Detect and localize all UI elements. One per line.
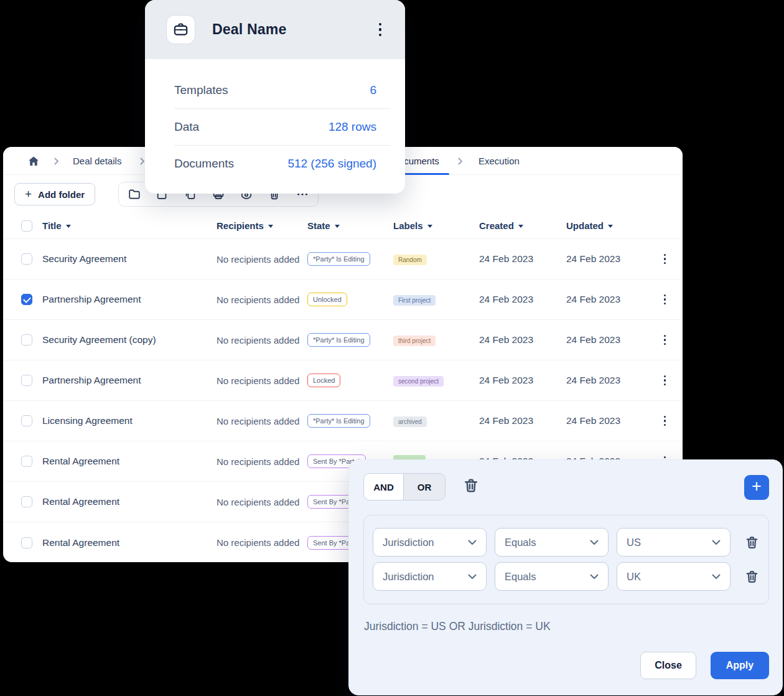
updated-date: 24 Feb 2023 [566,334,647,346]
row-menu-button[interactable] [661,373,669,388]
row-checkbox[interactable] [21,456,32,467]
condition-value-select[interactable]: US [617,528,730,557]
filter-panel: AND OR + JurisdictionEqualsUSJurisdictio… [348,459,783,695]
deal-card-row-data: Data 128 rows [145,109,405,145]
row-checkbox[interactable] [21,496,32,507]
table-row[interactable]: Partnership AgreementNo recipients added… [3,360,683,401]
created-date: 24 Feb 2023 [479,415,566,426]
row-checkbox[interactable] [21,415,32,426]
row-menu-button[interactable] [661,252,669,267]
select-value: US [627,537,641,548]
deal-card-menu-button[interactable] [376,21,385,39]
sort-arrow-icon [66,225,71,230]
row-value[interactable]: 512 (256 signed) [287,157,376,171]
condition-row: JurisdictionEqualsUK [373,562,760,591]
breadcrumb-deal-details[interactable]: Deal details [73,147,121,175]
created-date: 24 Feb 2023 [479,375,566,386]
state-badge: *Party* Is Editing [307,414,370,428]
condition-row: JurisdictionEqualsUS [373,528,760,557]
logic-and-button[interactable]: AND [364,474,403,500]
folder-icon[interactable] [128,187,141,201]
updated-date: 24 Feb 2023 [566,415,647,426]
chevron-right-icon [458,147,463,175]
table-row[interactable]: Licensing AgreementNo recipients added*P… [3,401,683,441]
recipients-cell: No recipients added [217,536,307,549]
briefcase-icon-box [166,15,195,44]
add-folder-button[interactable]: + Add folder [14,183,95,205]
apply-button[interactable]: Apply [711,652,769,679]
add-condition-button[interactable]: + [744,475,769,500]
created-date: 24 Feb 2023 [479,253,566,265]
column-header-label: Created [479,220,514,231]
breadcrumb-execution[interactable]: Execution [478,147,520,175]
chevron-down-icon [712,540,721,545]
row-label: Templates [174,83,228,97]
delete-condition-button[interactable] [744,569,760,585]
row-checkbox[interactable] [21,294,32,305]
document-title: Rental Agreement [42,537,217,548]
table-row[interactable]: Security Agreement (copy)No recipients a… [3,320,683,360]
label-pill: archived [393,416,427,427]
delete-group-button[interactable] [462,477,480,497]
column-header-state[interactable]: State [307,220,393,231]
label-pill: second project [393,376,444,387]
row-checkbox[interactable] [21,253,32,265]
plus-icon: + [752,477,762,496]
table-header-row: TitleRecipientsStateLabelsCreatedUpdated [3,213,683,239]
sort-arrow-icon [335,225,340,230]
select-value: Equals [505,571,536,583]
breadcrumb-label: Execution [478,156,520,166]
select-value: UK [627,571,641,583]
column-header-title[interactable]: Title [42,220,217,231]
close-button[interactable]: Close [640,652,696,679]
breadcrumb-label: Deal details [73,156,121,166]
home-icon [27,155,40,167]
label-pill: third project [393,336,436,346]
table-row[interactable]: Partnership AgreementNo recipients added… [3,280,683,320]
condition-field-select[interactable]: Jurisdiction [373,562,487,591]
deal-summary-card: Deal Name Templates 6 Data 128 rows Docu… [145,0,405,194]
delete-condition-button[interactable] [744,535,760,550]
plus-icon: + [25,187,32,201]
document-title: Partnership Agreement [42,375,217,386]
chevron-down-icon [468,574,477,580]
row-value[interactable]: 128 rows [329,120,376,134]
trash-icon [462,477,480,494]
condition-operator-select[interactable]: Equals [495,562,609,591]
chevron-right-icon [54,147,59,175]
created-date: 24 Feb 2023 [479,294,566,305]
select-all-checkbox[interactable] [21,220,32,232]
chevron-down-icon [590,574,599,580]
updated-date: 24 Feb 2023 [566,253,647,265]
select-value: Jurisdiction [383,571,434,583]
document-title: Security Agreement (copy) [42,334,217,346]
logic-or-button[interactable]: OR [403,474,445,500]
row-menu-button[interactable] [661,292,669,308]
trash-icon [744,569,760,585]
row-menu-button[interactable] [661,332,669,348]
table-row[interactable]: Security AgreementNo recipients added*Pa… [3,239,683,280]
column-header-labels[interactable]: Labels [393,220,479,231]
column-header-recipients[interactable]: Recipients [217,219,307,232]
deal-name-title: Deal Name [212,21,286,38]
condition-field-select[interactable]: Jurisdiction [373,528,487,557]
sort-arrow-icon [427,225,432,230]
row-checkbox[interactable] [21,537,32,548]
home-breadcrumb[interactable] [27,147,40,175]
condition-operator-select[interactable]: Equals [495,528,609,557]
row-checkbox[interactable] [21,334,32,346]
chevron-right-icon [140,147,145,175]
column-header-label: Labels [393,220,423,231]
column-header-created[interactable]: Created [479,220,566,231]
recipients-cell: No recipients added [217,455,307,468]
row-checkbox[interactable] [21,375,32,386]
column-header-updated[interactable]: Updated [566,220,647,231]
row-menu-button[interactable] [661,413,669,429]
chevron-down-icon [468,540,477,545]
document-title: Security Agreement [42,253,217,265]
state-badge: Unlocked [307,293,347,306]
recipients-cell: No recipients added [217,496,307,509]
condition-value-select[interactable]: UK [617,562,730,591]
row-value[interactable]: 6 [370,83,376,97]
deal-card-body: Templates 6 Data 128 rows Documents 512 … [145,59,405,182]
